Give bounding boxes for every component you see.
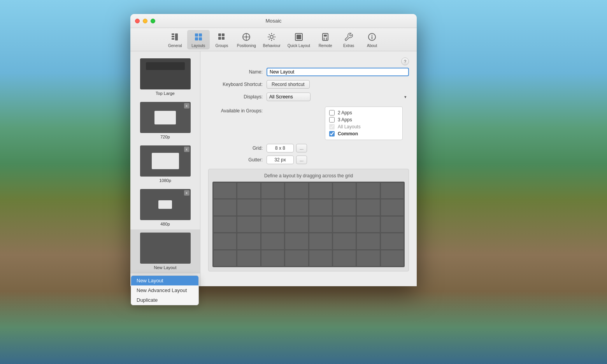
grid-cell[interactable]: [381, 250, 403, 266]
groups-row-container: Available in Groups: 2 Apps 3 Apps: [208, 107, 409, 140]
toolbar-item-layouts[interactable]: Layouts: [187, 30, 210, 49]
grid-cell[interactable]: [261, 183, 284, 198]
grid-cell[interactable]: [333, 200, 356, 215]
grid-cell[interactable]: [237, 217, 260, 232]
general-icon: [170, 32, 181, 42]
grid-cell[interactable]: [381, 200, 403, 215]
keyboard-shortcut-row: Keyboard Shortcut: Record shortcut: [208, 80, 409, 89]
main-window: Mosaic General: [130, 14, 417, 286]
grid-cell[interactable]: [214, 200, 236, 215]
gutter-value-button[interactable]: 32 px: [267, 156, 294, 164]
1080p-preview: x: [140, 145, 191, 177]
toolbar-item-general[interactable]: General: [164, 30, 186, 49]
grid-cell[interactable]: [237, 233, 260, 249]
grid-cell[interactable]: [285, 200, 308, 215]
grid-cell[interactable]: [381, 183, 403, 198]
record-shortcut-button[interactable]: Record shortcut: [267, 80, 310, 89]
grid-cell[interactable]: [381, 217, 403, 232]
svg-point-22: [326, 37, 327, 38]
svg-point-27: [372, 35, 372, 35]
group-2apps-row: 2 Apps: [329, 109, 398, 116]
grid-cell[interactable]: [285, 217, 308, 232]
top-large-preview: [140, 58, 191, 89]
grid-cell[interactable]: [214, 250, 236, 266]
general-label: General: [168, 44, 182, 48]
grid-cell[interactable]: [261, 217, 284, 232]
grid-cell[interactable]: [285, 183, 308, 198]
sidebar-item-480p[interactable]: x 480p: [130, 186, 200, 229]
toolbar-item-remote[interactable]: Remote: [314, 30, 337, 49]
grid-cell[interactable]: [309, 200, 332, 215]
sidebar: Top Large x 720p x 1080p: [130, 51, 200, 286]
grid-cell[interactable]: [237, 200, 260, 215]
grid-cell[interactable]: [309, 233, 332, 249]
sidebar-item-top-large[interactable]: Top Large: [130, 55, 200, 99]
grid-label: Grid:: [208, 145, 263, 151]
grid-cell[interactable]: [261, 250, 284, 266]
group-common-checkbox[interactable]: [329, 131, 335, 136]
grid-cell[interactable]: [381, 233, 403, 249]
context-menu-new-advanced-layout[interactable]: New Advanced Layout: [131, 285, 198, 295]
name-input[interactable]: [267, 68, 409, 76]
grid-cell[interactable]: [333, 233, 356, 249]
svg-rect-9: [222, 33, 225, 36]
group-2apps-checkbox[interactable]: [329, 110, 335, 116]
gutter-dots-button[interactable]: ...: [296, 156, 307, 164]
grid-cell[interactable]: [357, 233, 379, 249]
grid-cell[interactable]: [309, 250, 332, 266]
svg-rect-8: [218, 33, 221, 36]
grid-cell[interactable]: [237, 250, 260, 266]
toolbar-item-groups[interactable]: Groups: [211, 30, 233, 49]
context-menu-duplicate[interactable]: Duplicate: [131, 295, 198, 305]
toolbar-item-extras[interactable]: Extras: [337, 30, 360, 49]
grid-cell[interactable]: [357, 217, 379, 232]
group-common-label: Common: [338, 131, 358, 136]
grid-canvas[interactable]: [212, 182, 405, 267]
svg-rect-6: [195, 37, 198, 40]
toolbar-item-positioning[interactable]: Positioning: [234, 30, 259, 49]
grid-cell[interactable]: [333, 217, 356, 232]
close-button[interactable]: [135, 19, 140, 23]
sidebar-item-1080p[interactable]: x 1080p: [130, 142, 200, 186]
grid-value-button[interactable]: 8 x 8: [267, 144, 294, 152]
sidebar-item-new-layout[interactable]: New Layout: [130, 229, 200, 273]
maximize-button[interactable]: [151, 19, 155, 23]
grid-cell[interactable]: [214, 217, 236, 232]
grid-canvas-section: Define a layout by dragging across the g…: [208, 169, 409, 271]
about-label: About: [367, 44, 377, 48]
grid-cell[interactable]: [357, 250, 379, 266]
displays-select[interactable]: All Screens Main Screen Secondary Screen: [267, 93, 311, 101]
grid-cell[interactable]: [309, 217, 332, 232]
grid-cell[interactable]: [357, 200, 379, 215]
help-button[interactable]: ?: [401, 58, 409, 65]
grid-cell[interactable]: [261, 233, 284, 249]
group-3apps-checkbox[interactable]: [329, 117, 335, 122]
grid-cell[interactable]: [357, 183, 379, 198]
toolbar-item-behaviour[interactable]: Behaviour: [260, 30, 284, 49]
group-common-row: Common: [329, 130, 398, 137]
quick-layout-label: Quick Layout: [288, 44, 310, 48]
svg-rect-3: [175, 33, 178, 40]
toolbar-item-quick-layout[interactable]: Quick Layout: [284, 30, 313, 49]
grid-dots-button[interactable]: ...: [296, 144, 307, 152]
grid-cell[interactable]: [333, 250, 356, 266]
grid-cell[interactable]: [285, 233, 308, 249]
toolbar: General Layouts: [130, 28, 417, 51]
grid-row: Grid: 8 x 8 ...: [208, 144, 409, 152]
grid-cell[interactable]: [237, 183, 260, 198]
toolbar-item-about[interactable]: About: [361, 30, 383, 49]
grid-cell[interactable]: [214, 233, 236, 249]
480p-label: 480p: [160, 222, 170, 226]
grid-cell[interactable]: [285, 250, 308, 266]
grid-cell[interactable]: [261, 200, 284, 215]
1080p-label: 1080p: [159, 178, 171, 183]
grid-cell[interactable]: [214, 183, 236, 198]
quick-layout-icon: [293, 32, 304, 42]
svg-rect-10: [218, 37, 221, 40]
sidebar-item-720p[interactable]: x 720p: [130, 99, 200, 142]
grid-cell[interactable]: [333, 183, 356, 198]
context-menu-new-layout[interactable]: New Layout: [131, 276, 198, 285]
svg-rect-1: [172, 36, 174, 37]
grid-cell[interactable]: [309, 183, 332, 198]
minimize-button[interactable]: [143, 19, 147, 23]
